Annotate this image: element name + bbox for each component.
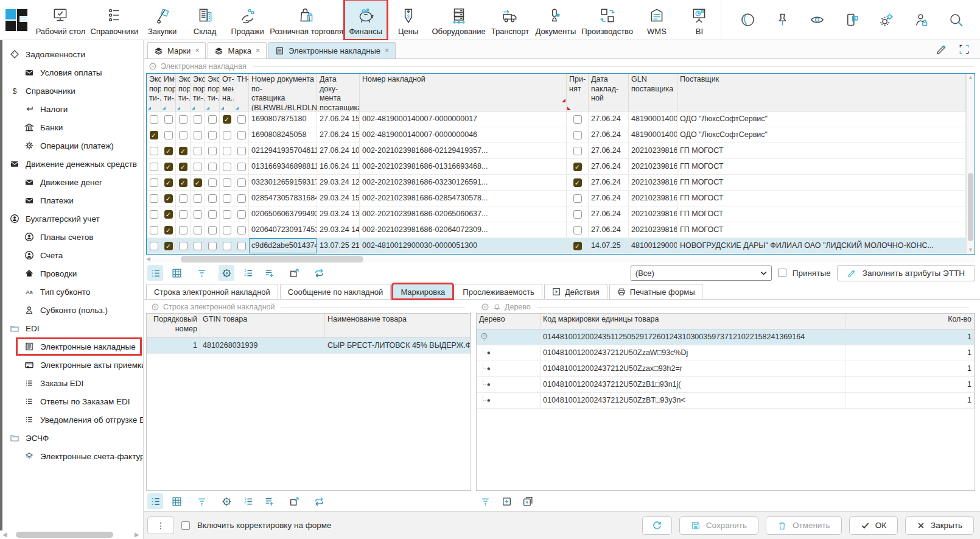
cancel-checkbox[interactable] xyxy=(223,226,231,234)
status-filter-select[interactable]: (Все) xyxy=(631,266,772,281)
export4-checkbox[interactable] xyxy=(208,131,217,139)
export3-checkbox[interactable] xyxy=(194,163,202,171)
column-header[interactable]: Поставщик xyxy=(677,74,966,111)
waybill-number[interactable]: 002-2021023981686-02064072309... xyxy=(360,222,567,238)
sidebar-item[interactable]: Электронные накладные xyxy=(2,337,143,356)
table-row[interactable]: 1690807875180 27.06.24 15:51 002-4819000… xyxy=(147,111,966,127)
marking-code[interactable]: 0144810012002435112505291726012431030035… xyxy=(541,329,845,345)
supplier-doc-number[interactable]: 02854730578316840034577 xyxy=(249,191,317,206)
subtab-waybill-line[interactable]: Строка электронной накладной xyxy=(146,284,278,299)
cancel-checkbox[interactable] xyxy=(223,115,231,124)
scroll-down-arrow-icon[interactable]: ▼ xyxy=(968,247,973,253)
line-number[interactable]: 1 xyxy=(147,338,200,353)
tree-row[interactable]: 0104810012002437212U50ZzB1□93n1j( 1 xyxy=(477,377,975,393)
supplier-doc-date[interactable]: 27.06.24 15:57 xyxy=(317,127,360,143)
column-header[interactable]: ТН-2 xyxy=(234,74,249,111)
sidebar-item[interactable]: EDI xyxy=(2,319,143,337)
quantity-value[interactable]: 1 xyxy=(845,393,975,408)
menu-item-production[interactable]: Производство xyxy=(579,0,635,40)
scrollbar-thumb[interactable] xyxy=(181,256,363,262)
reload-button[interactable] xyxy=(311,493,327,509)
sidebar-item[interactable]: Проводки xyxy=(2,264,143,283)
sidebar-item[interactable]: Счета xyxy=(2,246,143,264)
expand-all-button[interactable] xyxy=(520,493,536,509)
column-header[interactable]: Им- пор- ти-.. xyxy=(161,74,176,111)
supplier-name[interactable]: ГП МОГОСТ xyxy=(677,222,966,238)
feedback-icon[interactable] xyxy=(844,12,860,28)
column-header[interactable]: Экс- пор- ти-.. xyxy=(205,74,220,111)
supplier-doc-date[interactable]: 16.06.24 11:11 xyxy=(317,159,360,174)
sidebar-item[interactable]: Электронные счета-фактуры xyxy=(2,447,143,465)
supplier-gln[interactable]: 4819000140007 xyxy=(629,111,677,127)
export3-checkbox[interactable] xyxy=(194,131,202,139)
supplier-doc-date[interactable]: 29.03.24 14:32 xyxy=(317,222,360,238)
cancel-checkbox[interactable] xyxy=(223,242,231,250)
subtab-traceability[interactable]: Прослеживаемость xyxy=(455,284,542,299)
waybill-date[interactable]: 27.06.24 xyxy=(589,175,629,190)
accepted-checkbox[interactable] xyxy=(573,226,582,234)
view-grid-button[interactable] xyxy=(169,493,184,509)
app-logo[interactable] xyxy=(0,0,33,40)
tree-row[interactable]: 0104810012002437212U50Zzax□93h2=r 1 xyxy=(477,361,975,377)
quantity-value[interactable]: 1 xyxy=(845,377,975,392)
tree-node-icon[interactable] xyxy=(480,348,494,358)
column-header[interactable]: Дата naклад- ной xyxy=(589,74,629,111)
supplier-name[interactable]: ОДО "ЛюксСофтСервис" xyxy=(677,127,966,143)
sidebar-item[interactable]: $ Справочники xyxy=(2,82,143,100)
grid-settings-button[interactable] xyxy=(219,493,234,509)
settings-gears-icon[interactable] xyxy=(878,12,895,28)
waybill-date[interactable]: 27.06.24 xyxy=(589,206,629,222)
table-row[interactable]: 0212941935704611836140 27.06.24 10:31 00… xyxy=(147,143,966,159)
fill-ettn-attrs-button[interactable]: Заполнить атрибуты ЭТТН xyxy=(837,265,975,281)
waybill-date[interactable]: 14.07.25 xyxy=(589,238,629,253)
supplier-doc-number[interactable]: 02065060637994930582811 xyxy=(249,206,317,222)
export-checkbox[interactable] xyxy=(150,147,158,155)
list-add-button[interactable] xyxy=(261,493,277,509)
export2-checkbox[interactable] xyxy=(179,163,187,171)
sidebar-item[interactable]: Банки xyxy=(2,118,143,136)
export-checkbox[interactable] xyxy=(150,194,158,203)
refresh-button[interactable] xyxy=(642,516,672,535)
supplier-doc-number[interactable]: 1690808245058 xyxy=(249,127,317,143)
quantity-value[interactable]: 1 xyxy=(845,329,975,345)
tab-marka[interactable]: Марка × xyxy=(208,42,267,58)
quantity-value[interactable]: 1 xyxy=(845,345,975,361)
supplier-gln[interactable]: 2021023981686 xyxy=(629,143,677,158)
sidebar-item[interactable]: Ответы по Заказам EDI xyxy=(2,392,143,410)
table-row[interactable]: 02064072309174533160155 29.03.24 14:32 0… xyxy=(147,222,966,238)
ok-button[interactable]: ОК xyxy=(849,516,898,535)
cancel-button[interactable]: Отменить xyxy=(766,516,842,535)
export2-checkbox[interactable] xyxy=(179,242,187,250)
sphere-icon[interactable] xyxy=(740,12,756,28)
tn2-checkbox[interactable] xyxy=(237,242,246,250)
gtin-value[interactable]: 4810268031939 xyxy=(200,338,325,353)
import-checkbox[interactable] xyxy=(164,194,173,203)
tree-collapse-icon[interactable] xyxy=(480,332,489,342)
sidebar-item[interactable]: Субконто (польз.) xyxy=(2,301,143,319)
column-header[interactable]: Кол-во xyxy=(845,314,975,329)
tab-close-icon[interactable]: × xyxy=(385,46,389,55)
pin-icon[interactable] xyxy=(774,12,791,28)
marking-code[interactable]: 0104810012002437212U50ZzB1□93n1j( xyxy=(541,377,845,392)
sidebar-item[interactable]: Платежи xyxy=(2,191,143,210)
table-row[interactable]: 03230126591593170894600 29.03.24 12:11 0… xyxy=(147,175,966,191)
export3-checkbox[interactable] xyxy=(194,178,202,187)
import-checkbox[interactable] xyxy=(164,131,173,139)
sidebar-item[interactable]: Операции (платеж) xyxy=(2,136,143,155)
form-correction-checkbox[interactable] xyxy=(181,521,190,530)
supplier-doc-number[interactable]: c9d6d2abe5014374b2ab6c xyxy=(249,238,317,253)
open-external-button[interactable] xyxy=(286,265,302,281)
filter-button[interactable] xyxy=(194,493,209,509)
sidebar-item[interactable]: Бухгалтерский учет xyxy=(2,210,143,228)
view-grid-button[interactable] xyxy=(169,265,184,281)
tn2-checkbox[interactable] xyxy=(237,194,246,203)
export-checkbox[interactable] xyxy=(150,210,158,219)
waybill-date[interactable]: 27.06.24 xyxy=(589,222,629,238)
export3-checkbox[interactable] xyxy=(194,226,202,234)
menu-item-prices[interactable]: $ Цены xyxy=(387,0,430,40)
fullscreen-icon[interactable] xyxy=(958,43,970,55)
import-checkbox[interactable] xyxy=(164,115,173,124)
import-checkbox[interactable] xyxy=(164,226,173,234)
accepted-checkbox[interactable] xyxy=(573,210,582,219)
menu-item-purchases[interactable]: Закупки xyxy=(141,0,184,40)
